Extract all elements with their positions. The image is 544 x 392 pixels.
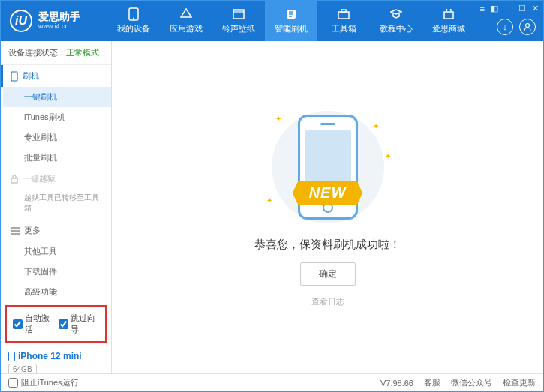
svg-rect-5 [338,12,349,19]
svg-rect-14 [9,352,15,361]
check-update-link[interactable]: 检查更新 [503,377,536,388]
jailbreak-note: 越狱工具已转移至工具箱 [3,190,111,220]
new-ribbon: NEW [293,181,363,205]
maximize-icon[interactable]: ☐ [518,4,526,13]
app-name: 爱思助手 [38,11,80,22]
sidebar-item-oneclick-flash[interactable]: 一键刷机 [3,87,111,107]
service-link[interactable]: 客服 [424,377,440,388]
tab-smart-flash[interactable]: 智能刷机 [265,1,317,41]
svg-rect-10 [11,178,17,183]
wallpaper-icon [232,7,245,21]
more-icon [11,227,20,235]
toolbox-icon [337,7,350,21]
apps-icon [179,7,193,21]
flash-icon [284,7,298,21]
sidebar-item-itunes-flash[interactable]: iTunes刷机 [3,107,111,127]
svg-rect-6 [341,10,346,12]
sidebar-item-batch-flash[interactable]: 批量刷机 [3,148,111,168]
svg-point-1 [133,18,134,19]
options-row: 自动激活 跳过向导 [5,305,107,343]
phone-small-icon [11,71,18,82]
window-controls: ≡ ◧ — ☐ ✕ [480,4,539,13]
success-message: 恭喜您，保资料刷机成功啦！ [254,238,401,252]
statusbar: 阻止iTunes运行 V7.98.66 客服 微信公众号 检查更新 [1,373,543,391]
skip-guide-checkbox[interactable]: 跳过向导 [59,313,100,335]
app-url: www.i4.cn [38,23,80,31]
tutorial-icon [389,7,403,21]
tab-tutorials[interactable]: 教程中心 [370,1,422,41]
ok-button[interactable]: 确定 [300,262,356,286]
main-content: ✦ ✦ ✦ ✦ NEW 恭喜您，保资料刷机成功啦！ 确定 查看日志 [112,41,543,373]
wechat-link[interactable]: 微信公众号 [451,377,492,388]
lock-icon [11,175,18,184]
tab-store[interactable]: 爱思商城 [422,1,475,41]
auto-activate-checkbox[interactable]: 自动激活 [13,313,54,335]
tab-toolbox[interactable]: 工具箱 [317,1,370,41]
sidebar-item-other-tools[interactable]: 其他工具 [3,241,111,262]
sidebar-header-jailbreak: 一键越狱 [3,168,111,190]
sidebar-item-advanced[interactable]: 高级功能 [3,282,111,302]
sidebar-header-flash[interactable]: 刷机 [1,65,111,87]
version-label: V7.98.66 [380,379,413,388]
tab-apps-games[interactable]: 应用游戏 [160,1,212,41]
titlebar: iU 爱思助手 www.i4.cn 我的设备 应用游戏 铃声壁纸 智能刷机 [1,1,543,41]
sidebar-item-pro-flash[interactable]: 专业刷机 [3,127,111,148]
sidebar-header-more[interactable]: 更多 [3,220,111,241]
view-log-link[interactable]: 查看日志 [311,296,344,307]
nav-tabs: 我的设备 应用游戏 铃声壁纸 智能刷机 工具箱 教程中心 [107,1,534,41]
store-icon [442,7,455,21]
app-window: iU 爱思助手 www.i4.cn 我的设备 应用游戏 铃声壁纸 智能刷机 [0,0,544,392]
tab-ringtones[interactable]: 铃声壁纸 [212,1,265,41]
sidebar-item-download-fw[interactable]: 下载固件 [3,262,111,282]
device-phone-icon [8,352,15,361]
sidebar: 设备连接状态：正常模式 刷机 一键刷机 iTunes刷机 专业刷机 批量刷机 一… [1,41,112,373]
minimize-icon[interactable]: — [504,4,512,13]
device-info: iPhone 12 mini 64GB Down-12mini-13,1 [1,346,111,373]
close-icon[interactable]: ✕ [532,4,539,13]
logo-area: iU 爱思助手 www.i4.cn [10,10,107,32]
skin-icon[interactable]: ◧ [491,4,498,13]
block-itunes-checkbox[interactable]: 阻止iTunes运行 [8,377,79,388]
tab-my-device[interactable]: 我的设备 [107,1,160,41]
menu-icon[interactable]: ≡ [480,4,485,13]
device-name[interactable]: iPhone 12 mini [8,351,104,361]
svg-point-8 [526,24,530,28]
svg-rect-7 [444,12,453,19]
success-illustration: ✦ ✦ ✦ ✦ NEW [245,107,410,227]
logo-icon: iU [10,10,32,32]
download-icon[interactable]: ↓ [497,19,513,35]
svg-rect-3 [233,10,244,13]
connection-status: 设备连接状态：正常模式 [1,41,111,65]
user-icons: ↓ [497,19,536,35]
storage-badge: 64GB [8,364,37,373]
svg-rect-9 [11,72,17,81]
user-icon[interactable] [519,19,536,35]
phone-icon [127,7,140,21]
